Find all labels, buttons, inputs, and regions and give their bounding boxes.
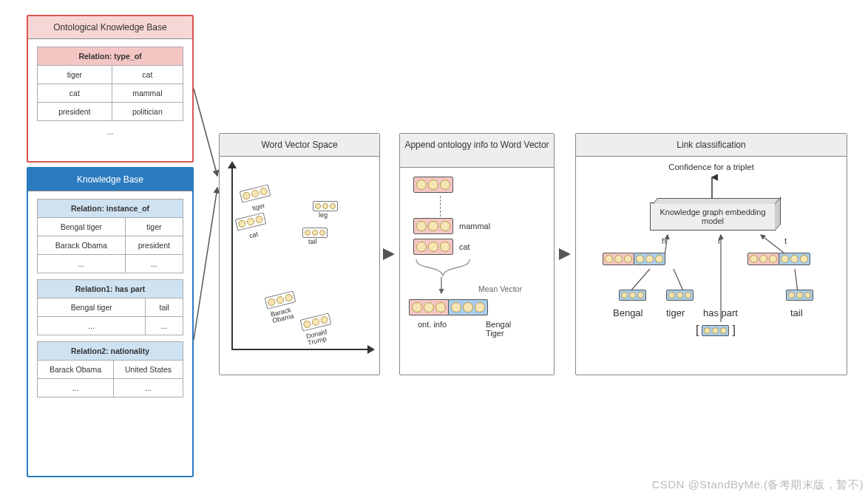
vec-cat bbox=[235, 212, 267, 231]
dashed-line-icon bbox=[440, 196, 441, 216]
vec-donald bbox=[300, 313, 332, 331]
table-row: Bengal tigertail bbox=[38, 298, 183, 317]
table-row: presidentpolitician bbox=[38, 103, 183, 121]
vec-label-tail: tail bbox=[308, 238, 317, 245]
cls-body: Confidence for a triplet Knowledge graph… bbox=[576, 157, 847, 372]
word-vector-space-panel: Word Vector Space tiger cat leg tail Bar… bbox=[219, 133, 380, 375]
watermark: CSDN @StandByMe.(备考期末版，暂不) bbox=[651, 478, 864, 492]
wvs-title: Word Vector Space bbox=[220, 134, 379, 157]
vec-t bbox=[747, 253, 810, 265]
vec-label-barack: BarackObama bbox=[270, 307, 294, 325]
x-axis-arrow-icon bbox=[367, 345, 375, 354]
vec-label-leg: leg bbox=[319, 211, 328, 219]
svg-line-1 bbox=[194, 188, 217, 340]
y-axis bbox=[231, 165, 233, 349]
table-row: ...... bbox=[38, 255, 183, 273]
up-arrow-icon bbox=[706, 174, 718, 199]
kb-table-instance-of: Relation: instance_of Bengal tigertiger … bbox=[37, 199, 183, 273]
bracket-r: ] bbox=[732, 324, 735, 337]
table-row: ...... bbox=[38, 379, 183, 397]
vec-label-cat: cat bbox=[248, 231, 259, 240]
label-mammal: mammal bbox=[459, 222, 490, 231]
word-bengal: Bengal bbox=[613, 307, 642, 318]
kb-relation: Relation2: nationality bbox=[38, 342, 183, 361]
okb-relation: Relation: type_of bbox=[38, 47, 183, 66]
append-title: Append ontology info to Word Vector bbox=[400, 134, 554, 168]
label-ontinfo: ont. info bbox=[418, 320, 447, 329]
vec-r bbox=[702, 325, 729, 336]
table-row: Barack ObamaUnited States bbox=[38, 361, 183, 379]
okb-ellipsis: ... bbox=[37, 127, 183, 136]
table-row: ...... bbox=[38, 317, 183, 335]
table-row: Barack Obamapresident bbox=[38, 236, 183, 255]
append-panel: Append ontology info to Word Vector mamm… bbox=[399, 133, 555, 375]
vec-leg bbox=[313, 201, 338, 211]
vec-word-bengal bbox=[619, 290, 646, 301]
kb-to-wvs-arrows bbox=[192, 81, 222, 347]
svg-line-0 bbox=[194, 89, 217, 176]
table-row: Bengal tigertiger bbox=[38, 218, 183, 236]
label-cat: cat bbox=[459, 242, 470, 251]
kb-relation: Relation: instance_of bbox=[38, 199, 183, 218]
kb-relation: Relation1: has part bbox=[38, 280, 183, 298]
vec-cat: cat bbox=[413, 239, 470, 255]
word-tail: tail bbox=[790, 307, 803, 318]
vec-top bbox=[413, 177, 453, 193]
ontological-kb-panel: Ontological Knowledge Base Relation: typ… bbox=[27, 15, 194, 163]
append-body: mammal cat Mean Vector ont. info Bengal … bbox=[400, 168, 554, 373]
cls-title: Link classification bbox=[576, 134, 847, 157]
mean-arrow-icon bbox=[437, 277, 446, 296]
kb-table-nationality: Relation2: nationality Barack ObamaUnite… bbox=[37, 341, 183, 397]
knowledge-base-panel: Knowledge Base Relation: instance_of Ben… bbox=[27, 167, 194, 477]
concat-vec bbox=[409, 299, 488, 315]
label-mean: Mean Vector bbox=[478, 284, 522, 293]
kb-body: Relation: instance_of Bengal tigertiger … bbox=[28, 191, 192, 411]
x-axis bbox=[231, 349, 370, 350]
vec-word-tiger bbox=[666, 290, 694, 301]
link-classification-panel: Link classification Confidence for a tri… bbox=[575, 133, 847, 375]
okb-title: Ontological Knowledge Base bbox=[28, 16, 192, 39]
arrow-append-to-cls-icon bbox=[559, 248, 571, 260]
vec-label-tiger: tiger bbox=[251, 202, 265, 212]
model-box: Knowledge graph embedding model bbox=[650, 202, 776, 231]
arrow-wvs-to-append-icon bbox=[383, 248, 395, 260]
label-confidence: Confidence for a triplet bbox=[576, 163, 847, 171]
word-haspart: has part bbox=[703, 307, 738, 318]
bracket-vec: [ ] bbox=[696, 324, 736, 337]
word-tiger: tiger bbox=[666, 307, 685, 318]
vec-word-tail bbox=[786, 290, 813, 301]
y-axis-arrow-icon bbox=[228, 161, 237, 168]
okb-body: Relation: type_of tigercat catmammal pre… bbox=[28, 39, 192, 143]
vec-tail bbox=[302, 228, 328, 238]
okb-table: Relation: type_of tigercat catmammal pre… bbox=[37, 47, 183, 121]
bracket-l: [ bbox=[696, 324, 699, 337]
kb-table-has-part: Relation1: has part Bengal tigertail ...… bbox=[37, 279, 183, 335]
vec-h bbox=[603, 253, 665, 265]
kb-title: Knowledge Base bbox=[28, 168, 192, 191]
vec-mammal: mammal bbox=[413, 218, 490, 234]
table-row: catmammal bbox=[38, 84, 183, 103]
model-label: Knowledge graph embedding model bbox=[660, 208, 765, 225]
vec-label-donald: DonaldTrump bbox=[305, 329, 329, 346]
wvs-body: tiger cat leg tail BarackObama DonaldTru… bbox=[220, 157, 379, 372]
vec-tiger bbox=[240, 184, 271, 202]
table-row: tigercat bbox=[38, 66, 183, 84]
label-bengal: Bengal Tiger bbox=[486, 320, 523, 338]
